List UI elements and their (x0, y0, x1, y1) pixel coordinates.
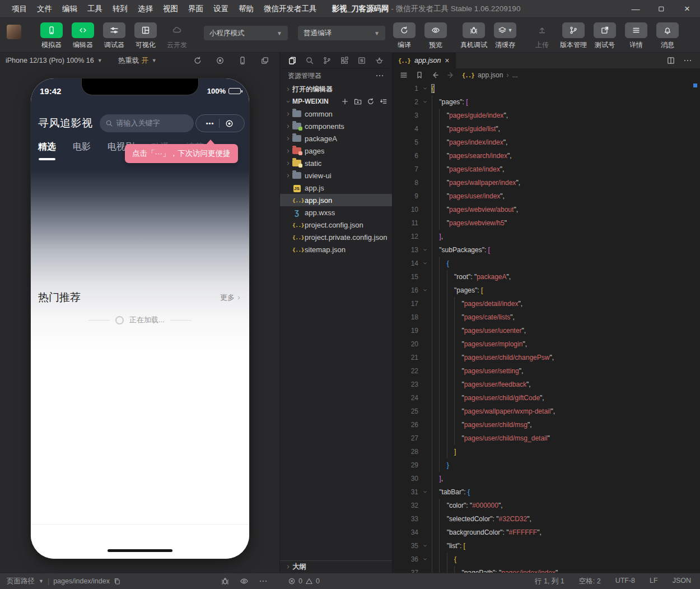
menu-文件[interactable]: 文件 (32, 4, 57, 14)
statusbar-item[interactable]: 空格: 2 (579, 577, 601, 586)
fold-chevron-icon[interactable] (418, 556, 432, 562)
toolbar-button-上传[interactable]: 上传 (528, 22, 557, 50)
menu-设置[interactable]: 设置 (208, 4, 234, 14)
fold-chevron-icon[interactable] (418, 86, 432, 91)
compile-mode-select[interactable]: 普通编译 ▼ (298, 26, 385, 40)
menu-视图[interactable]: 视图 (158, 4, 183, 14)
tree-file-project.config.json[interactable]: {..}project.config.json (280, 219, 392, 231)
toolbar-button-消息[interactable]: 消息 (653, 22, 682, 50)
toolbar-button-真机调试[interactable]: 真机调试 (459, 22, 488, 50)
fold-chevron-icon[interactable] (418, 287, 432, 293)
statusbar-item[interactable]: UTF-8 (615, 577, 635, 586)
sim-refresh-button[interactable] (193, 56, 202, 65)
sim-stop-button[interactable] (216, 56, 225, 65)
toolbar-button-编辑器[interactable]: 编辑器 (68, 22, 97, 50)
problems-indicator[interactable]: 0 0 (280, 577, 320, 585)
sim-phone-button[interactable] (238, 56, 247, 65)
device-selector[interactable]: iPhone 12/13 (Pro) 100% 16 (6, 57, 94, 64)
code-editor[interactable]: 1 { 2 "pages": [ 3 "pages/guide/index", … (393, 82, 700, 573)
close-tab-icon[interactable]: × (445, 57, 449, 64)
toolbar-button-测试号[interactable]: 测试号 (590, 22, 619, 50)
toolbar-button-详情[interactable]: 详情 (622, 22, 651, 50)
mode-select[interactable]: 小程序模式 ▼ (204, 26, 288, 40)
toolbar-button-清缓存[interactable]: ▼ 清缓存 (491, 22, 520, 50)
new-folder-icon[interactable] (354, 98, 362, 105)
page-path-label[interactable]: 页面路径 (7, 577, 35, 586)
activity-ext-button[interactable] (340, 56, 349, 65)
fold-chevron-icon[interactable] (418, 99, 432, 105)
outline-section[interactable]: 大纲 (280, 560, 392, 573)
menu-项目[interactable]: 项目 (7, 4, 32, 14)
menu-选择[interactable]: 选择 (133, 4, 158, 14)
tree-file-sitemap.json[interactable]: {..}sitemap.json (280, 243, 392, 256)
phone-tab-精选[interactable]: 精选 (38, 141, 56, 160)
fold-chevron-icon[interactable] (418, 261, 432, 266)
copy-path-icon[interactable] (114, 578, 121, 585)
toolbar-button-模拟器[interactable]: 模拟器 (37, 22, 66, 50)
debug-icon[interactable] (221, 577, 230, 586)
activity-panel-button[interactable] (357, 56, 366, 65)
activity-search-button[interactable] (305, 56, 314, 65)
menu-转到[interactable]: 转到 (108, 4, 133, 14)
sim-windows-button[interactable] (260, 56, 269, 65)
activity-branch-button[interactable] (323, 56, 332, 65)
breadcrumb-tail[interactable]: ... (512, 71, 517, 79)
split-editor-icon[interactable] (666, 56, 675, 65)
more-actions-icon[interactable] (375, 71, 384, 80)
toolbar-button-调试器[interactable]: 调试器 (100, 22, 129, 50)
open-editors-section[interactable]: 打开的编辑器 (280, 83, 392, 95)
menu-界面[interactable]: 界面 (183, 4, 208, 14)
activity-files-button[interactable] (288, 56, 297, 65)
fold-chevron-icon[interactable] (418, 489, 432, 495)
more-link[interactable]: 更多 (220, 293, 242, 303)
tree-file-app.js[interactable]: JSapp.js (280, 182, 392, 194)
tree-folder-packageA[interactable]: packageA (280, 132, 392, 145)
fold-chevron-icon[interactable] (418, 247, 432, 253)
toolbar-button-预览[interactable]: 预览 (421, 22, 450, 50)
menu-编辑[interactable]: 编辑 (57, 4, 82, 14)
user-avatar[interactable] (7, 25, 21, 39)
capsule-button[interactable]: ••• (195, 114, 245, 132)
new-file-icon[interactable] (341, 98, 349, 105)
more-actions-icon[interactable] (259, 577, 268, 586)
toolbar-button-云开发[interactable]: 云开发 (162, 22, 192, 50)
tree-folder-static[interactable]: static (280, 157, 392, 169)
tree-folder-pages[interactable]: pages (280, 145, 392, 157)
menu-工具[interactable]: 工具 (82, 4, 108, 14)
menu-帮助[interactable]: 帮助 (234, 4, 259, 14)
search-input[interactable]: 请输入关键字 (100, 114, 194, 132)
menu-微信开发者工具[interactable]: 微信开发者工具 (259, 4, 322, 14)
tree-folder-common[interactable]: common (280, 108, 392, 120)
navigate-back-icon[interactable] (431, 71, 440, 80)
tree-file-app.wxss[interactable]: Ʒapp.wxss (280, 206, 392, 219)
collapse-all-icon[interactable] (380, 98, 388, 105)
navigate-forward-icon[interactable] (446, 71, 455, 80)
minimize-target-icon[interactable] (225, 119, 234, 128)
phone-tab-电影[interactable]: 电影 (73, 141, 91, 160)
statusbar-item[interactable]: LF (650, 577, 658, 586)
tree-folder-uview-ui[interactable]: uview-ui (280, 169, 392, 182)
maximize-button[interactable] (648, 0, 674, 17)
activity-teapot-button[interactable] (375, 56, 384, 65)
close-button[interactable]: × (674, 0, 700, 17)
statusbar-item[interactable]: JSON (673, 577, 691, 586)
tab-app-json[interactable]: {..} app.json × (393, 53, 456, 68)
toolbar-button-编译[interactable]: 编译 (390, 22, 419, 50)
project-root-row[interactable]: MP-WEIXIN (280, 95, 392, 108)
toolbar-button-版本管理[interactable]: 版本管理 (559, 22, 588, 50)
more-dots-icon[interactable]: ••• (206, 120, 214, 127)
tree-file-app.json[interactable]: {..}app.json (280, 194, 392, 206)
refresh-icon[interactable] (367, 98, 375, 105)
tree-file-project.private.config.json[interactable]: {..}project.private.config.json (280, 231, 392, 243)
breadcrumb-file[interactable]: app.json (478, 71, 503, 79)
bookmark-icon[interactable] (415, 71, 424, 80)
minimize-button[interactable]: — (623, 0, 648, 17)
more-actions-icon[interactable] (683, 56, 692, 65)
toolbar-button-可视化[interactable]: 可视化 (131, 22, 160, 50)
fold-chevron-icon[interactable] (418, 543, 432, 549)
statusbar-item[interactable]: 行 1, 列 1 (535, 577, 564, 586)
tree-folder-components[interactable]: components (280, 120, 392, 132)
preview-eye-icon[interactable] (240, 577, 249, 586)
hot-reload-toggle[interactable]: 热重载开 (118, 56, 148, 66)
outline-list-icon[interactable] (399, 71, 408, 80)
